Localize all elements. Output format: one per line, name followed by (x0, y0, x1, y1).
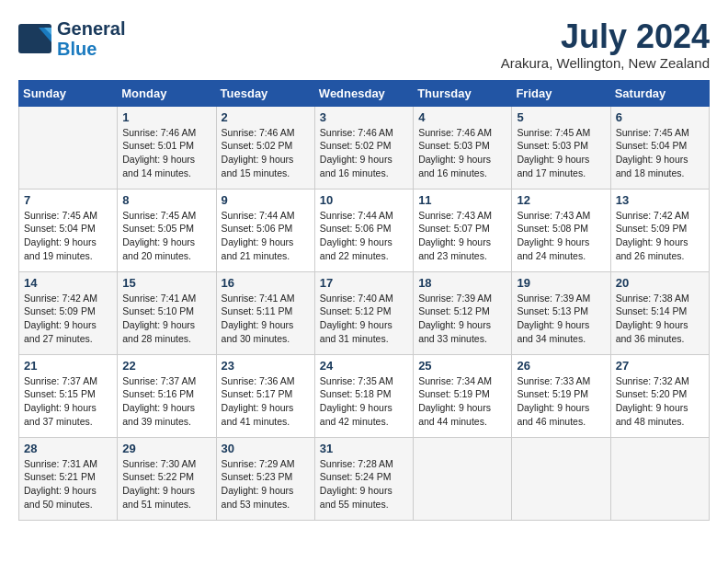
calendar-cell: 18Sunrise: 7:39 AMSunset: 5:12 PMDayligh… (414, 271, 512, 354)
day-info: Sunrise: 7:36 AMSunset: 5:17 PMDaylight:… (222, 374, 310, 429)
day-number: 8 (122, 193, 210, 207)
calendar-cell (512, 437, 610, 520)
day-number: 13 (616, 193, 704, 207)
day-info: Sunrise: 7:43 AMSunset: 5:07 PMDaylight:… (418, 209, 506, 263)
day-info: Sunrise: 7:34 AMSunset: 5:19 PMDaylight:… (418, 374, 506, 429)
day-info: Sunrise: 7:45 AMSunset: 5:04 PMDaylight:… (24, 209, 112, 263)
calendar-header-row: SundayMondayTuesdayWednesdayThursdayFrid… (19, 80, 710, 106)
calendar-cell: 26Sunrise: 7:33 AMSunset: 5:19 PMDayligh… (512, 354, 610, 437)
calendar-cell: 8Sunrise: 7:45 AMSunset: 5:05 PMDaylight… (118, 189, 216, 271)
day-number: 11 (418, 193, 506, 207)
day-info: Sunrise: 7:39 AMSunset: 5:13 PMDaylight:… (517, 292, 605, 346)
day-number: 24 (320, 359, 408, 373)
day-info: Sunrise: 7:42 AMSunset: 5:09 PMDaylight:… (24, 292, 112, 346)
logo-blue: Blue (57, 39, 125, 59)
calendar-cell (414, 437, 512, 520)
day-info: Sunrise: 7:45 AMSunset: 5:03 PMDaylight:… (517, 126, 605, 180)
day-number: 2 (222, 110, 310, 124)
calendar-cell: 30Sunrise: 7:29 AMSunset: 5:23 PMDayligh… (216, 437, 314, 520)
day-number: 3 (320, 110, 408, 124)
day-number: 1 (122, 110, 210, 124)
calendar-cell: 1Sunrise: 7:46 AMSunset: 5:01 PMDaylight… (118, 106, 216, 189)
day-info: Sunrise: 7:46 AMSunset: 5:01 PMDaylight:… (122, 126, 210, 180)
calendar-cell: 31Sunrise: 7:28 AMSunset: 5:24 PMDayligh… (314, 437, 413, 520)
day-number: 28 (24, 442, 112, 455)
day-info: Sunrise: 7:44 AMSunset: 5:06 PMDaylight:… (222, 209, 310, 263)
day-of-week-header: Tuesday (216, 80, 314, 106)
day-of-week-header: Thursday (414, 80, 512, 106)
calendar-cell: 10Sunrise: 7:44 AMSunset: 5:06 PMDayligh… (314, 189, 413, 271)
calendar-cell: 27Sunrise: 7:32 AMSunset: 5:20 PMDayligh… (610, 354, 709, 437)
calendar-week-row: 14Sunrise: 7:42 AMSunset: 5:09 PMDayligh… (19, 271, 710, 354)
day-of-week-header: Saturday (610, 80, 709, 106)
calendar-cell (19, 106, 118, 189)
calendar-cell: 5Sunrise: 7:45 AMSunset: 5:03 PMDaylight… (512, 106, 610, 189)
calendar-cell: 12Sunrise: 7:43 AMSunset: 5:08 PMDayligh… (512, 189, 610, 271)
calendar-week-row: 21Sunrise: 7:37 AMSunset: 5:15 PMDayligh… (19, 354, 710, 437)
calendar-cell: 17Sunrise: 7:40 AMSunset: 5:12 PMDayligh… (314, 271, 413, 354)
calendar-cell: 23Sunrise: 7:36 AMSunset: 5:17 PMDayligh… (216, 354, 314, 437)
calendar-cell: 13Sunrise: 7:42 AMSunset: 5:09 PMDayligh… (610, 189, 709, 271)
day-number: 23 (222, 359, 310, 373)
day-number: 15 (122, 276, 210, 290)
day-info: Sunrise: 7:32 AMSunset: 5:20 PMDaylight:… (616, 374, 704, 429)
day-info: Sunrise: 7:28 AMSunset: 5:24 PMDaylight:… (320, 457, 408, 511)
day-info: Sunrise: 7:45 AMSunset: 5:05 PMDaylight:… (122, 209, 210, 263)
logo: General Blue (18, 18, 125, 59)
day-info: Sunrise: 7:46 AMSunset: 5:02 PMDaylight:… (222, 126, 310, 180)
calendar-cell: 4Sunrise: 7:46 AMSunset: 5:03 PMDaylight… (414, 106, 512, 189)
day-number: 10 (320, 193, 408, 207)
day-of-week-header: Friday (512, 80, 610, 106)
day-number: 12 (517, 193, 605, 207)
calendar-cell: 11Sunrise: 7:43 AMSunset: 5:07 PMDayligh… (414, 189, 512, 271)
day-info: Sunrise: 7:37 AMSunset: 5:15 PMDaylight:… (24, 374, 112, 429)
calendar-cell: 20Sunrise: 7:38 AMSunset: 5:14 PMDayligh… (610, 271, 709, 354)
day-number: 31 (320, 442, 408, 455)
day-number: 18 (418, 276, 506, 290)
page-header: General Blue July 2024 Arakura, Wellingt… (18, 18, 710, 71)
day-info: Sunrise: 7:45 AMSunset: 5:04 PMDaylight:… (616, 126, 704, 180)
day-number: 26 (517, 359, 605, 373)
calendar-cell (610, 437, 709, 520)
calendar-cell: 14Sunrise: 7:42 AMSunset: 5:09 PMDayligh… (19, 271, 118, 354)
logo-icon (18, 24, 53, 53)
day-info: Sunrise: 7:41 AMSunset: 5:11 PMDaylight:… (222, 292, 310, 346)
day-number: 25 (418, 359, 506, 373)
title-block: July 2024 Arakura, Wellington, New Zeala… (501, 18, 710, 71)
day-number: 20 (616, 276, 704, 290)
calendar-cell: 29Sunrise: 7:30 AMSunset: 5:22 PMDayligh… (118, 437, 216, 520)
day-number: 30 (222, 442, 310, 455)
day-number: 16 (222, 276, 310, 290)
day-number: 9 (222, 193, 310, 207)
calendar-cell: 21Sunrise: 7:37 AMSunset: 5:15 PMDayligh… (19, 354, 118, 437)
day-number: 6 (616, 110, 704, 124)
calendar-cell: 2Sunrise: 7:46 AMSunset: 5:02 PMDaylight… (216, 106, 314, 189)
calendar-cell: 7Sunrise: 7:45 AMSunset: 5:04 PMDaylight… (19, 189, 118, 271)
day-of-week-header: Wednesday (314, 80, 413, 106)
day-number: 27 (616, 359, 704, 373)
day-number: 17 (320, 276, 408, 290)
day-info: Sunrise: 7:39 AMSunset: 5:12 PMDaylight:… (418, 292, 506, 346)
day-info: Sunrise: 7:35 AMSunset: 5:18 PMDaylight:… (320, 374, 408, 429)
calendar-cell: 16Sunrise: 7:41 AMSunset: 5:11 PMDayligh… (216, 271, 314, 354)
day-info: Sunrise: 7:29 AMSunset: 5:23 PMDaylight:… (222, 457, 310, 511)
calendar-cell: 15Sunrise: 7:41 AMSunset: 5:10 PMDayligh… (118, 271, 216, 354)
day-number: 29 (122, 442, 210, 455)
day-info: Sunrise: 7:46 AMSunset: 5:02 PMDaylight:… (320, 126, 408, 180)
day-info: Sunrise: 7:44 AMSunset: 5:06 PMDaylight:… (320, 209, 408, 263)
day-info: Sunrise: 7:31 AMSunset: 5:21 PMDaylight:… (24, 457, 112, 511)
calendar-week-row: 28Sunrise: 7:31 AMSunset: 5:21 PMDayligh… (19, 437, 710, 520)
day-info: Sunrise: 7:37 AMSunset: 5:16 PMDaylight:… (122, 374, 210, 429)
day-info: Sunrise: 7:38 AMSunset: 5:14 PMDaylight:… (616, 292, 704, 346)
day-number: 4 (418, 110, 506, 124)
location-subtitle: Arakura, Wellington, New Zealand (501, 55, 710, 71)
calendar-cell: 24Sunrise: 7:35 AMSunset: 5:18 PMDayligh… (314, 354, 413, 437)
calendar-week-row: 1Sunrise: 7:46 AMSunset: 5:01 PMDaylight… (19, 106, 710, 189)
day-info: Sunrise: 7:33 AMSunset: 5:19 PMDaylight:… (517, 374, 605, 429)
day-info: Sunrise: 7:30 AMSunset: 5:22 PMDaylight:… (122, 457, 210, 511)
day-info: Sunrise: 7:40 AMSunset: 5:12 PMDaylight:… (320, 292, 408, 346)
calendar-cell: 3Sunrise: 7:46 AMSunset: 5:02 PMDaylight… (314, 106, 413, 189)
day-number: 19 (517, 276, 605, 290)
calendar-table: SundayMondayTuesdayWednesdayThursdayFrid… (18, 80, 710, 521)
day-info: Sunrise: 7:42 AMSunset: 5:09 PMDaylight:… (616, 209, 704, 263)
